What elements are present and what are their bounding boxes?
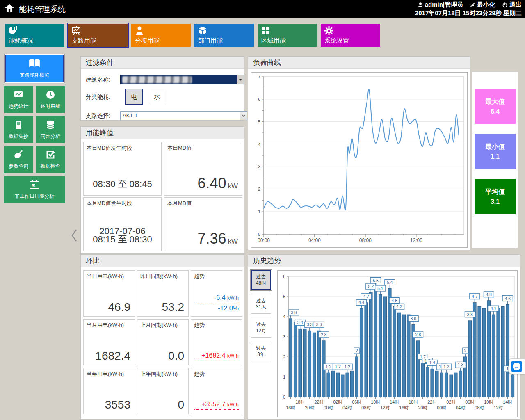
lastmonth-usage-value: 0.0 [168,349,184,363]
dropdown-arrow-icon[interactable] [240,112,247,120]
database-icon [45,120,56,131]
nav-tile-subitem-energy[interactable]: 分项用能 [131,24,191,47]
building-select[interactable] [120,75,244,84]
svg-text:2: 2 [258,187,260,192]
sidebar-item-nonworkday-analysis[interactable]: 12 非工作日用能分析 [4,176,65,203]
tab-past-31d[interactable]: 过去31天 [251,294,271,314]
datetime: 2017年07月18日 15时23分29秒 星期二 [415,9,522,17]
sidebar-item-trend-stats[interactable]: 趋势统计 [4,86,33,113]
svg-text:3.8: 3.8 [467,313,473,317]
branch-select[interactable]: AK1-1 [120,111,247,120]
avg-value-tile: 平均值3.1 [475,179,516,214]
building-name-label: 建筑名称: [86,76,114,84]
nav-tile-system-settings[interactable]: 系统设置 [321,24,380,47]
month-md-value: 7.36kW [197,230,238,247]
svg-text:1.2: 1.2 [345,365,350,369]
today-usage-card: 当日用电(kW·h) 46.9 [83,270,135,317]
svg-text:1.2: 1.2 [335,365,341,369]
logout-button[interactable]: 退出 [502,1,522,9]
tab-past-3y[interactable]: 过去3年 [251,342,271,361]
filter-panel-title: 过滤条件 [81,57,244,69]
load-stats-box: 最大值6.4 最小值1.1 平均值3.1 [472,72,518,248]
sidebar-item-data-check[interactable]: 数据检查 [36,146,65,173]
svg-text:2.8: 2.8 [415,333,421,337]
nav-tile-area-energy[interactable]: 区域用能 [258,24,317,47]
svg-text:10时: 10时 [371,399,380,404]
svg-text:3.3: 3.3 [316,322,322,327]
svg-text:14时: 14时 [390,399,399,404]
sidebar-item-hourly-energy[interactable]: 逐时用能 [36,86,65,113]
clock-icon [46,90,55,101]
svg-text:16时: 16时 [286,405,295,410]
category-button-electricity[interactable]: 电 [125,89,143,105]
month-md-period-card: 本月MD值发生时段 2017-07-06 08:15 至 08:30 [83,197,162,251]
today-md-period-value: 08:30 至 08:45 [84,178,161,190]
svg-text:00时: 00时 [324,405,333,410]
teamviewer-icon: ↔ [511,361,522,372]
nav-tile-branch-energy[interactable]: 支路用能 [68,24,128,47]
history-bar-chart: 012345616时18时20时22时00时02时04时06时08时10时12时… [277,270,518,417]
person-icon [135,26,144,37]
building-select-redacted-value [122,76,192,83]
month-usage-value: 1682.4 [95,349,130,363]
load-curve-chart: 0123456700:0004:0008:0012:00 [251,72,468,248]
year-trend-card: 趋势 +3552.7 kW·h [191,368,242,414]
grid-squares-icon [261,26,271,37]
nav-tile-energy-overview[interactable]: 能耗概况 [5,24,64,47]
sidebar-item-parameter-query[interactable]: 参数查询 [4,146,33,173]
svg-text:6: 6 [258,97,260,102]
svg-text:6: 6 [283,274,285,279]
teamviewer-badge[interactable]: ↔ [509,358,525,374]
svg-text:4.1: 4.1 [491,306,496,311]
svg-text:3: 3 [283,334,285,339]
chart-board-icon [71,26,81,37]
svg-text:12: 12 [32,184,35,187]
branch-label: 支路选择: [86,112,114,120]
trend-chart-icon [13,90,24,101]
ring-comparison-panel: 环比 当日用电(kW·h) 46.9 昨日同期(kW·h) 53.2 趋势 -6… [80,254,244,420]
yesterday-usage-value: 53.2 [162,301,185,314]
filter-panel: 过滤条件 建筑名称: 分类能耗: 电 水 支路选择: AK1-1 [80,56,244,121]
svg-text:4.7: 4.7 [363,294,369,299]
home-icon[interactable] [4,3,15,16]
sidebar-item-yoy-analysis[interactable]: 同比分析 [36,116,65,143]
svg-text:5: 5 [283,294,285,299]
minimize-button[interactable]: 最小化 [470,1,495,9]
tab-past-48h[interactable]: 过去48时 [251,270,271,290]
svg-text:3.4: 3.4 [297,320,303,325]
svg-text:1: 1 [258,209,260,214]
svg-text:3: 3 [258,164,260,169]
svg-text:00:00: 00:00 [258,237,270,243]
peak-panel: 用能峰值 本日MD值发生时段 08:30 至 08:45 本日MD值 6.40k… [80,126,244,254]
today-md-value: 6.40kW [197,175,238,192]
svg-text:20时: 20时 [418,405,427,410]
today-usage-value: 46.9 [108,301,131,314]
svg-text:22时: 22时 [427,399,437,404]
svg-text:12时: 12时 [380,405,390,410]
history-trend-panel: 历史趋势 过去48时 过去31天 过去12月 过去3年 012345616时18… [248,254,520,420]
category-button-water[interactable]: 水 [148,89,166,105]
svg-text:16时: 16时 [399,405,409,410]
svg-text:02时: 02时 [333,399,342,404]
collapse-sidebar-chevron[interactable] [70,228,79,244]
sidebar: 支路能耗概览 趋势统计 逐时用能 数据集抄 同比分析 参数查询 数据检查 12 [4,54,65,203]
year-usage-value: 3553 [105,398,130,411]
month-trend-value: +1682.4 kW·h [194,352,239,361]
tab-past-12m[interactable]: 过去12月 [251,318,271,338]
sidebar-item-data-collection[interactable]: 数据集抄 [4,116,33,143]
sidebar-item-branch-overview[interactable]: 支路能耗概览 [5,55,64,82]
svg-text:1: 1 [283,374,285,379]
lastmonth-usage-card: 上月同期(kW·h) 0.0 [137,319,189,365]
svg-text:1.3: 1.3 [458,363,463,367]
user-menu[interactable]: admin|管理员 [418,1,463,9]
nav-tile-department-energy[interactable]: 部门用能 [194,24,254,47]
svg-text:5.4: 5.4 [387,280,393,285]
svg-text:4: 4 [258,142,260,147]
dropdown-arrow-icon[interactable] [237,75,244,84]
lastyear-usage-card: 上年同期(kW·h) 0 [137,368,189,414]
svg-text:12时: 12时 [493,405,503,410]
svg-text:08时: 08时 [361,405,371,410]
today-md-period-card: 本日MD值发生时段 08:30 至 08:45 [83,142,162,196]
svg-text:22时: 22时 [314,399,324,404]
svg-text:00时: 00时 [437,405,446,410]
